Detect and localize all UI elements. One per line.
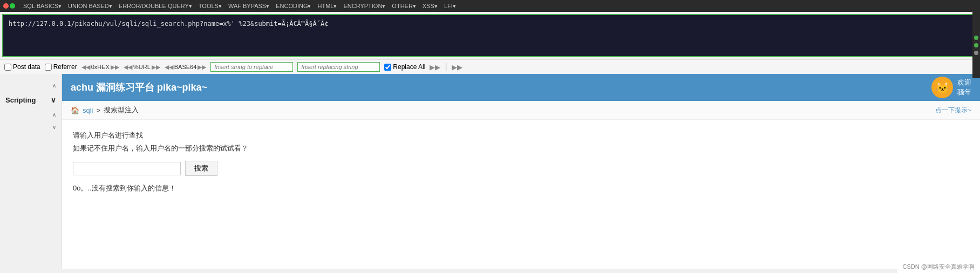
insert-string-input[interactable] [210,62,293,72]
toolbar: SQL BASICS▾ UNION BASED▾ ERROR/DOUBLE QU… [0,0,980,12]
breadcrumb-separator: > [97,106,101,114]
avatar: 🐱 [931,77,953,98]
sidebar-item-scripting[interactable]: Scripting ∨ [0,92,62,108]
instruction-2: 如果记不住用户名，输入用户名的一部分搜索的试试看？ [73,144,969,153]
sidebar-item-3[interactable]: ∧ [0,108,62,121]
url-area: http://127.0.0.1/pikachu/vul/sqli/sqli_s… [2,14,978,57]
post-data-checkbox[interactable] [4,64,11,71]
content-area: achu 漏洞练习平台 pika~pika~ 🐱 欢迎 骚年 🏠 sqli > … [62,74,980,269]
arrow-right-icon3: ▶▶ [198,64,206,71]
maximize-dot[interactable] [10,3,15,9]
menu-error-double[interactable]: ERROR/DOUBLE QUERY▾ [116,2,195,11]
page-content: 请输入用户名进行查找 如果记不住用户名，输入用户名的一部分搜索的试试看？ 搜索 … [62,120,980,204]
right-indicators [972,12,980,78]
chevron-up-icon-1: ∧ [52,83,56,88]
footer-text: CSDN @网络安全真难学啊 [903,263,975,269]
search-input[interactable] [73,162,181,175]
indicator-2 [974,43,978,47]
post-data-label[interactable]: Post data [4,63,40,71]
referrer-label[interactable]: Referrer [45,63,77,71]
menu-xss[interactable]: XSS▾ [420,2,440,11]
double-arrow-icon: ▶▶ [452,63,462,71]
menu-tools[interactable]: TOOLS▾ [196,2,224,11]
arrow-left-icon2: ◀◀ [124,64,132,71]
url-control[interactable]: ◀◀ %URL ▶▶ [124,64,160,71]
hex-control[interactable]: ◀◀ 0xHEX ▶▶ [81,64,119,71]
chevron-down-icon-scripting: ∨ [51,96,56,104]
avatar-emoji: 🐱 [936,81,949,94]
breadcrumb-sqli-link[interactable]: sqli [83,106,93,114]
search-button[interactable]: 搜索 [185,161,217,176]
menu-lfi[interactable]: LFI▾ [441,2,459,11]
hint-link[interactable]: 点一下提示~ [935,106,971,115]
welcome-text: 欢迎 骚年 [957,78,971,97]
sidebar-item-1[interactable]: ∧ [0,79,62,92]
b64-control[interactable]: ◀◀ BASE64 ▶▶ [165,64,207,71]
menu-encoding[interactable]: ENCODING▾ [273,2,314,11]
referrer-checkbox[interactable] [45,64,52,71]
menu-encryption[interactable]: ENCRYPTION▾ [341,2,388,11]
url-bar-text[interactable]: http://127.0.0.1/pikachu/vul/sqli/sqli_s… [9,19,971,52]
sidebar-item-4[interactable]: ∨ [0,121,62,133]
instruction-1: 请输入用户名进行查找 [73,131,969,140]
breadcrumb: 🏠 sqli > 搜索型注入 点一下提示~ [62,101,980,120]
main-layout: ∧ Scripting ∨ ∧ ∨ achu 漏洞练习平台 pika~pika~… [0,74,980,269]
controls-bar: Post data Referrer ◀◀ 0xHEX ▶▶ ◀◀ %URL ▶… [0,59,980,74]
arrow-left-icon: ◀◀ [81,64,90,71]
sidebar: ∧ Scripting ∨ ∧ ∨ [0,74,62,269]
breadcrumb-current: 搜索型注入 [104,105,139,115]
result-text: 0o。..没有搜索到你输入的信息！ [73,183,969,193]
menu-union-based[interactable]: UNION BASED▾ [65,2,115,11]
close-dot[interactable] [3,3,9,9]
indicator-3 [974,51,978,55]
header-bar: achu 漏洞练习平台 pika~pika~ 🐱 欢迎 骚年 [62,74,980,101]
header-title: achu 漏洞练习平台 pika~pika~ [71,81,931,94]
replace-all-checkbox[interactable] [384,64,391,71]
replace-all-label[interactable]: Replace All [384,63,425,71]
search-form: 搜索 [73,161,969,176]
menu-other[interactable]: OTHER▾ [389,2,419,11]
insert-replacing-input[interactable] [297,62,380,72]
menu-html[interactable]: HTML▾ [315,2,339,11]
arrow-left-icon3: ◀◀ [165,64,173,71]
chevron-up-icon-3: ∧ [52,112,56,118]
arrow-right-icon2: ▶▶ [152,64,160,71]
forward-arrow-icon: ▶▶ [430,63,440,71]
indicator-1 [974,36,978,40]
menu-waf-bypass[interactable]: WAF BYPASS▾ [226,2,272,11]
menu-sql-basics[interactable]: SQL BASICS▾ [21,2,64,11]
home-icon: 🏠 [71,106,79,114]
chevron-down-icon-4: ∨ [52,124,56,130]
separator-icon: | [445,62,447,72]
footer: CSDN @网络安全真难学啊 [897,261,980,269]
arrow-right-icon: ▶▶ [111,64,119,71]
